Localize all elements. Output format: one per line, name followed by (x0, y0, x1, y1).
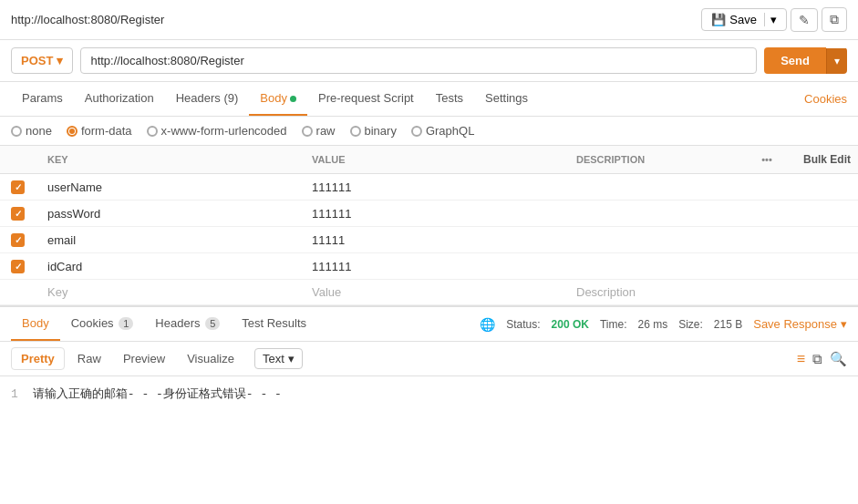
table-row: email 11111 (0, 227, 858, 253)
response-meta: 🌐 Status: 200 OK Time: 26 ms Size: 215 B… (480, 317, 847, 332)
radio-form-data[interactable]: form-data (67, 124, 132, 138)
placeholder-description[interactable]: Description (565, 280, 749, 305)
row-bulk (785, 174, 858, 201)
radio-none-circle (11, 126, 22, 137)
row-description[interactable] (565, 174, 749, 201)
save-response-chevron-icon: ▾ (841, 317, 847, 331)
tab-authorization[interactable]: Authorization (74, 82, 165, 116)
radio-graphql[interactable]: GraphQL (411, 124, 474, 138)
radio-form-data-circle (67, 126, 78, 137)
copy-response-icon[interactable]: ⧉ (812, 351, 822, 367)
row-more (749, 201, 785, 227)
col-key: KEY (36, 146, 301, 174)
radio-none[interactable]: none (11, 124, 52, 138)
line-number: 1 (11, 387, 18, 401)
text-format-chevron-icon: ▾ (288, 352, 295, 365)
response-tab-cookies[interactable]: Cookies 1 (60, 307, 145, 341)
tab-headers[interactable]: Headers (9) (165, 82, 250, 116)
radio-binary[interactable]: binary (350, 124, 397, 138)
radio-urlencoded-circle (147, 126, 158, 137)
col-description: DESCRIPTION (565, 146, 749, 174)
time-label: Time: (600, 318, 627, 331)
row-bulk (785, 253, 858, 280)
url-input[interactable] (80, 47, 757, 74)
tab-body[interactable]: Body (249, 82, 307, 116)
format-pretty-button[interactable]: Pretty (11, 347, 65, 370)
cookies-link[interactable]: Cookies (804, 83, 847, 115)
method-select[interactable]: POST ▾ (11, 47, 73, 74)
row-checkbox[interactable] (0, 253, 36, 280)
row-description[interactable] (565, 227, 749, 253)
tab-params[interactable]: Params (11, 82, 74, 116)
send-chevron-icon[interactable]: ▾ (826, 48, 847, 74)
table-row: passWord 111111 (0, 201, 858, 227)
method-chevron-icon: ▾ (57, 54, 63, 67)
more-icon[interactable]: ••• (761, 154, 772, 165)
status-value: 200 OK (552, 318, 589, 331)
response-tab-body[interactable]: Body (11, 307, 60, 341)
copy-icon: ⧉ (830, 12, 839, 26)
format-raw-button[interactable]: Raw (68, 348, 110, 369)
status-label: Status: (506, 318, 540, 331)
col-bulk-edit: Bulk Edit (785, 146, 858, 174)
bulk-edit-label[interactable]: Bulk Edit (803, 153, 851, 166)
row-checkbox[interactable] (0, 227, 36, 253)
tab-settings[interactable]: Settings (474, 82, 539, 116)
title-bar: http://localhost:8080/Register 💾 Save ▾ … (0, 0, 858, 40)
format-preview-button[interactable]: Preview (114, 348, 174, 369)
edit-button[interactable]: ✎ (791, 8, 818, 32)
save-chevron-icon[interactable]: ▾ (764, 13, 777, 26)
method-label: POST (21, 54, 53, 67)
response-tab-test-results[interactable]: Test Results (231, 307, 317, 341)
table-row: userName 111111 (0, 174, 858, 201)
title-url: http://localhost:8080/Register (11, 13, 164, 26)
row-value[interactable]: 111111 (301, 253, 565, 280)
placeholder-value[interactable]: Value (301, 280, 565, 305)
response-content: 1请输入正确的邮箱- - -身份证格式错误- - - (0, 376, 858, 449)
table-row: idCard 111111 (0, 253, 858, 280)
text-format-select[interactable]: Text ▾ (254, 348, 303, 369)
row-key[interactable]: idCard (36, 253, 301, 280)
row-key[interactable]: email (36, 227, 301, 253)
copy-button[interactable]: ⧉ (822, 7, 847, 32)
edit-icon: ✎ (799, 13, 810, 27)
row-value[interactable]: 11111 (301, 227, 565, 253)
cookies-badge: 1 (119, 317, 133, 330)
row-value[interactable]: 111111 (301, 201, 565, 227)
row-description[interactable] (565, 253, 749, 280)
tab-pre-request-script[interactable]: Pre-request Script (307, 82, 425, 116)
save-label: Save (729, 13, 757, 26)
search-response-icon[interactable]: 🔍 (830, 351, 847, 367)
radio-urlencoded[interactable]: x-www-form-urlencoded (147, 124, 287, 138)
response-tab-headers[interactable]: Headers 5 (144, 307, 231, 341)
tab-tests[interactable]: Tests (425, 82, 474, 116)
radio-raw[interactable]: raw (302, 124, 336, 138)
size-value: 215 B (714, 318, 742, 331)
send-main-label[interactable]: Send (764, 47, 826, 74)
title-actions: 💾 Save ▾ ✎ ⧉ (701, 7, 847, 32)
radio-binary-circle (350, 126, 361, 137)
save-response-button[interactable]: Save Response ▾ (753, 317, 847, 331)
col-value: VALUE (301, 146, 565, 174)
placeholder-key[interactable]: Key (36, 280, 301, 305)
row-bulk (785, 227, 858, 253)
row-key[interactable]: passWord (36, 201, 301, 227)
col-checkbox (0, 146, 36, 174)
checkbox-icon (11, 233, 25, 247)
row-value[interactable]: 111111 (301, 174, 565, 201)
params-table: KEY VALUE DESCRIPTION ••• Bulk Edit user… (0, 146, 858, 305)
save-button[interactable]: 💾 Save ▾ (701, 8, 787, 31)
request-bar: POST ▾ Send ▾ (0, 40, 858, 82)
row-key[interactable]: userName (36, 174, 301, 201)
send-button[interactable]: Send ▾ (764, 47, 847, 74)
format-visualize-button[interactable]: Visualize (178, 348, 243, 369)
time-value: 26 ms (637, 318, 667, 331)
checkbox-icon (11, 260, 25, 273)
checkbox-icon (11, 207, 25, 221)
row-description[interactable] (565, 201, 749, 227)
placeholder-checkbox (0, 280, 36, 305)
row-checkbox[interactable] (0, 201, 36, 227)
row-checkbox[interactable] (0, 174, 36, 201)
bottom-section: Body Cookies 1 Headers 5 Test Results 🌐 … (0, 305, 858, 449)
wrap-icon[interactable]: ≡ (797, 351, 805, 367)
